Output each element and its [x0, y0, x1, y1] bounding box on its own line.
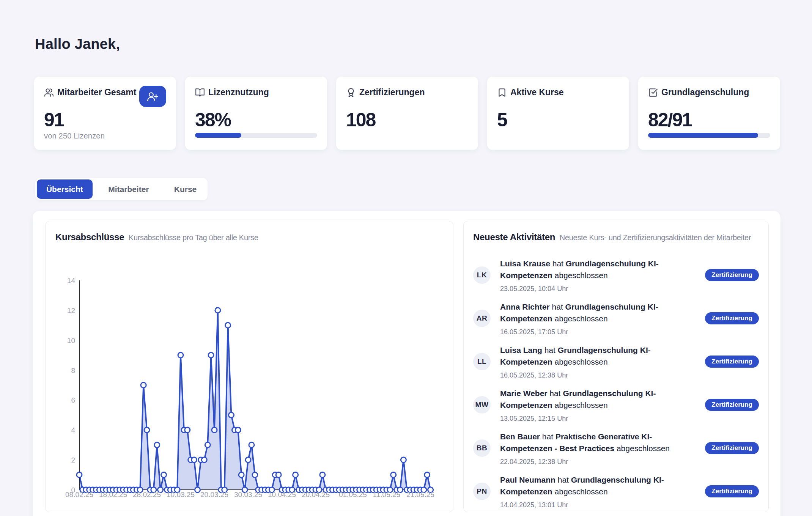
svg-text:28.02.25: 28.02.25	[133, 491, 161, 499]
svg-text:14: 14	[67, 277, 76, 285]
svg-text:21.05.25: 21.05.25	[406, 491, 434, 499]
svg-text:20.04.25: 20.04.25	[302, 491, 330, 499]
svg-text:2: 2	[71, 456, 75, 464]
svg-text:30.03.25: 30.03.25	[234, 491, 262, 499]
svg-text:20.03.25: 20.03.25	[200, 491, 228, 499]
svg-text:08.02.25: 08.02.25	[65, 491, 93, 499]
svg-text:8: 8	[71, 367, 75, 374]
svg-text:01.05.25: 01.05.25	[339, 491, 367, 499]
svg-text:0: 0	[71, 486, 75, 494]
svg-text:12: 12	[67, 307, 75, 315]
svg-text:10.04.25: 10.04.25	[268, 491, 296, 499]
svg-text:18.02.25: 18.02.25	[99, 491, 127, 499]
svg-text:11.05.25: 11.05.25	[373, 491, 401, 499]
svg-text:6: 6	[71, 396, 75, 404]
svg-text:10: 10	[67, 337, 75, 345]
svg-text:10.03.25: 10.03.25	[167, 491, 195, 499]
svg-text:4: 4	[71, 426, 75, 434]
